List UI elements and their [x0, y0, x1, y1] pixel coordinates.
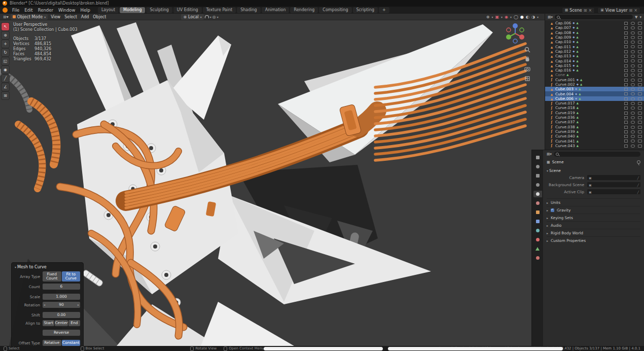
outliner-row[interactable]: Curve.041 ◆ ▲ — [545, 138, 644, 143]
tool-button[interactable]: ◱ — [2, 57, 9, 65]
hide-eye-icon[interactable] — [631, 59, 635, 62]
properties-tab[interactable] — [533, 209, 542, 216]
offset-type-option[interactable]: Constant — [62, 340, 81, 346]
array-type-option[interactable]: Fit to Curve — [62, 271, 81, 282]
workspace-tab[interactable]: Sculpting — [146, 7, 172, 13]
hide-viewport-icon[interactable] — [624, 31, 628, 34]
disable-render-icon[interactable] — [638, 26, 642, 29]
align-option[interactable]: Start — [43, 320, 54, 326]
hide-eye-icon[interactable] — [631, 121, 635, 124]
outliner-row[interactable]: Cap.006 ◆ ▲ — [545, 21, 644, 25]
disable-render-icon[interactable] — [638, 31, 642, 34]
properties-tab[interactable] — [533, 218, 542, 225]
overlays-dropdown-icon[interactable]: ▾ — [501, 15, 503, 19]
workspace-tab[interactable]: UV Editing — [173, 7, 202, 13]
properties-tab[interactable] — [533, 154, 542, 161]
show-gizmos-icon[interactable]: ⊕ — [486, 15, 490, 19]
properties-tab[interactable] — [533, 245, 542, 252]
hide-viewport-icon[interactable] — [624, 126, 628, 129]
menu-item[interactable]: Render — [35, 8, 56, 13]
hide-eye-icon[interactable] — [631, 135, 635, 138]
transform-orientation-dropdown[interactable]: ⊕ Local ▾ — [181, 14, 203, 20]
tool-button[interactable]: ╱ — [2, 75, 9, 82]
hide-eye-icon[interactable] — [631, 26, 635, 29]
disable-render-icon[interactable] — [638, 92, 642, 95]
hide-eye-icon[interactable] — [631, 83, 635, 86]
new-scene-icon[interactable]: ⊞ — [584, 8, 587, 13]
hide-viewport-icon[interactable] — [624, 22, 628, 25]
properties-tab[interactable] — [533, 191, 542, 197]
shift-field[interactable]: 0.00 — [43, 312, 80, 318]
hide-viewport-icon[interactable] — [624, 145, 628, 148]
outliner-row[interactable]: Cap.013 ◆ ▲ — [545, 54, 644, 58]
outliner-row[interactable]: Cap.009 ◆ ▲ — [545, 35, 644, 40]
tool-button[interactable]: ⊞ — [2, 92, 9, 99]
properties-tab[interactable] — [533, 236, 542, 243]
hide-eye-icon[interactable] — [631, 88, 635, 91]
disable-render-icon[interactable] — [638, 64, 642, 67]
workspace-tab[interactable]: Texture Paint — [203, 7, 236, 13]
scene-selector[interactable]: ▦ Scene ⊞ × — [562, 7, 595, 14]
disable-render-icon[interactable] — [638, 130, 642, 133]
filter-icon[interactable]: ▼ — [635, 15, 637, 19]
zoom-view-icon[interactable] — [524, 47, 530, 53]
disable-render-icon[interactable] — [638, 79, 642, 82]
disable-render-icon[interactable] — [638, 74, 642, 77]
disable-render-icon[interactable] — [638, 145, 642, 148]
delete-view-layer-icon[interactable]: × — [634, 8, 637, 13]
camera-view-icon[interactable] — [524, 66, 530, 72]
hide-viewport-icon[interactable] — [624, 102, 628, 105]
viewport-3d[interactable]: ↖ ⊕ + ↻ ◱ ◉ ╱ ∠ ⊞ User — [0, 20, 545, 346]
new-view-layer-icon[interactable]: ⊞ — [629, 8, 633, 13]
reverse-button[interactable]: Reverse — [43, 330, 80, 336]
hide-viewport-icon[interactable] — [624, 135, 628, 138]
disable-render-icon[interactable] — [638, 126, 642, 129]
hide-eye-icon[interactable] — [631, 92, 635, 95]
hide-viewport-icon[interactable] — [624, 88, 628, 91]
hide-eye-icon[interactable] — [631, 41, 635, 44]
hide-viewport-icon[interactable] — [624, 59, 628, 62]
rendered-shading-icon[interactable]: ◑ — [531, 15, 535, 19]
workspace-tab[interactable]: Rendering — [290, 7, 318, 13]
hide-viewport-icon[interactable] — [624, 79, 628, 82]
wireframe-shading-icon[interactable]: ◯ — [514, 15, 518, 19]
hide-viewport-icon[interactable] — [624, 112, 628, 115]
disable-render-icon[interactable] — [638, 41, 642, 44]
viewport-menu-item[interactable]: Add — [79, 15, 91, 19]
show-overlays-icon[interactable]: ▣ — [495, 15, 499, 19]
disable-render-icon[interactable] — [638, 88, 642, 91]
solid-shading-icon[interactable]: ● — [520, 15, 524, 19]
eyedropper-icon[interactable]: ╱ — [637, 176, 639, 180]
eyedropper-icon[interactable]: ╱ — [637, 183, 639, 187]
hide-eye-icon[interactable] — [631, 79, 635, 82]
hide-eye-icon[interactable] — [631, 45, 635, 48]
hide-viewport-icon[interactable] — [624, 74, 628, 77]
disable-render-icon[interactable] — [638, 22, 642, 25]
disable-render-icon[interactable] — [638, 45, 642, 48]
outliner-search-input[interactable] — [555, 15, 633, 19]
array-type-option[interactable]: Fixed Count — [43, 271, 61, 282]
count-field[interactable]: 6 — [43, 284, 80, 290]
offset-type-option[interactable]: Relative — [43, 340, 61, 346]
hide-viewport-icon[interactable] — [624, 139, 628, 143]
proportional-dropdown-icon[interactable]: ▾ — [217, 15, 219, 19]
hide-viewport-icon[interactable] — [624, 41, 628, 44]
blender-menu-icon[interactable] — [3, 8, 8, 13]
shading-dropdown-icon[interactable]: ▾ — [537, 15, 539, 19]
collapsed-section-header[interactable]: Rigid Body World — [547, 229, 640, 236]
outliner-row[interactable]: Curve.017 ◆ ▲ — [545, 101, 644, 106]
outliner-row[interactable]: Cap.011 ◆ ▲ — [545, 44, 644, 49]
hide-viewport-icon[interactable] — [624, 121, 628, 124]
hide-eye-icon[interactable] — [631, 36, 635, 39]
viewport-menu-item[interactable]: Object — [91, 15, 108, 19]
hide-viewport-icon[interactable] — [624, 64, 628, 67]
hide-viewport-icon[interactable] — [624, 116, 628, 119]
outliner-row[interactable]: Cap.010 ◆ ▲ — [545, 40, 644, 44]
section-checkbox[interactable] — [551, 208, 554, 212]
property-field-input[interactable]: ▣ ╱ — [587, 182, 640, 187]
eyedropper-icon[interactable]: ╱ — [637, 190, 639, 194]
collapsed-section-header[interactable]: Units — [547, 198, 640, 206]
disable-render-icon[interactable] — [638, 83, 642, 86]
properties-search-input[interactable] — [554, 152, 640, 157]
scale-field[interactable]: 1.000 — [43, 294, 80, 300]
